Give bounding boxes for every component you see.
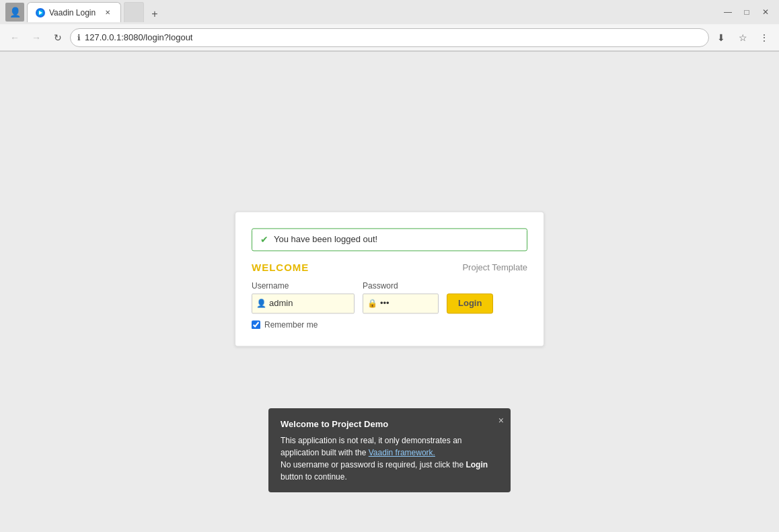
card-header: WELCOME Project Template <box>252 262 527 273</box>
maximize-button[interactable]: □ <box>739 4 755 20</box>
toast-vaadin-link[interactable]: Vaadin framework. <box>369 448 435 457</box>
password-group: Password 🔒 <box>363 281 439 313</box>
forward-button[interactable]: → <box>27 28 46 47</box>
username-input-wrapper: 👤 <box>252 293 355 313</box>
toast-close-button[interactable]: × <box>498 414 504 428</box>
lock-icon: ℹ <box>77 33 81 42</box>
toast-title: Welcome to Project Demo <box>281 418 498 431</box>
active-tab[interactable]: Vaadin Login ✕ <box>27 2 121 22</box>
refresh-button[interactable]: ↻ <box>48 28 67 47</box>
toast-login-bold: Login <box>466 460 488 469</box>
project-template-label: Project Template <box>462 262 527 272</box>
logout-notice-text: You have been logged out! <box>274 234 377 244</box>
form-row: Username 👤 Password 🔒 Login <box>252 281 527 313</box>
tab-favicon <box>36 8 45 17</box>
check-icon: ✔ <box>260 234 268 245</box>
tab-area: Vaadin Login ✕ + <box>27 2 163 22</box>
new-tab-placeholder <box>124 2 144 22</box>
menu-button[interactable]: ⋮ <box>755 28 774 47</box>
toast-line1: This application is not real, it only de… <box>281 434 498 459</box>
password-input[interactable] <box>380 298 434 308</box>
toast-line2-prefix: No username or password is required, jus… <box>281 460 466 469</box>
title-bar-controls: — □ ✕ <box>720 4 774 20</box>
page-content: ✔ You have been logged out! WELCOME Proj… <box>0 52 779 532</box>
address-bar[interactable]: ℹ <box>70 28 709 47</box>
minimize-button[interactable]: — <box>720 4 736 20</box>
browser-chrome: 👤 Vaadin Login ✕ + — <box>0 0 779 52</box>
remember-me-checkbox[interactable] <box>252 320 260 329</box>
url-input[interactable] <box>85 32 702 42</box>
remember-me-row: Remember me <box>252 320 527 330</box>
tab-title: Vaadin Login <box>49 8 96 17</box>
profile-icon[interactable]: 👤 <box>5 3 24 22</box>
profile-icon-symbol: 👤 <box>9 7 21 17</box>
tab-close-button[interactable]: ✕ <box>103 8 112 17</box>
logout-notice: ✔ You have been logged out! <box>252 228 527 251</box>
menu-icon: ⋮ <box>759 32 769 43</box>
login-card: ✔ You have been logged out! WELCOME Proj… <box>235 211 544 346</box>
close-button[interactable]: ✕ <box>757 4 774 20</box>
username-group: Username 👤 <box>252 281 355 313</box>
password-input-wrapper: 🔒 <box>363 293 439 313</box>
password-label: Password <box>363 281 439 291</box>
title-bar-left: 👤 Vaadin Login ✕ + <box>5 2 163 22</box>
downloads-icon: ⬇ <box>717 32 725 43</box>
login-button[interactable]: Login <box>447 293 493 313</box>
bookmark-button[interactable]: ☆ <box>733 28 752 47</box>
title-bar: 👤 Vaadin Login ✕ + — <box>0 0 779 24</box>
bookmark-icon: ☆ <box>739 32 747 43</box>
welcome-label: WELCOME <box>252 262 309 273</box>
refresh-icon: ↻ <box>54 32 62 43</box>
lock-field-icon: 🔒 <box>367 299 377 308</box>
back-button[interactable]: ← <box>5 28 24 47</box>
toast-line2-suffix: button to continue. <box>281 472 347 482</box>
downloads-button[interactable]: ⬇ <box>712 28 731 47</box>
user-icon: 👤 <box>256 299 266 308</box>
nav-bar: ← → ↻ ℹ ⬇ ☆ ⋮ <box>0 24 779 51</box>
username-input[interactable] <box>269 298 350 308</box>
toast-notification: Welcome to Project Demo × This applicati… <box>268 408 511 493</box>
new-tab-button[interactable]: + <box>147 6 163 22</box>
back-icon: ← <box>10 32 20 43</box>
nav-actions: ⬇ ☆ ⋮ <box>712 28 774 47</box>
remember-me-label: Remember me <box>264 320 318 330</box>
toast-line2: No username or password is required, jus… <box>281 459 498 483</box>
forward-icon: → <box>32 32 41 43</box>
username-label: Username <box>252 281 355 291</box>
